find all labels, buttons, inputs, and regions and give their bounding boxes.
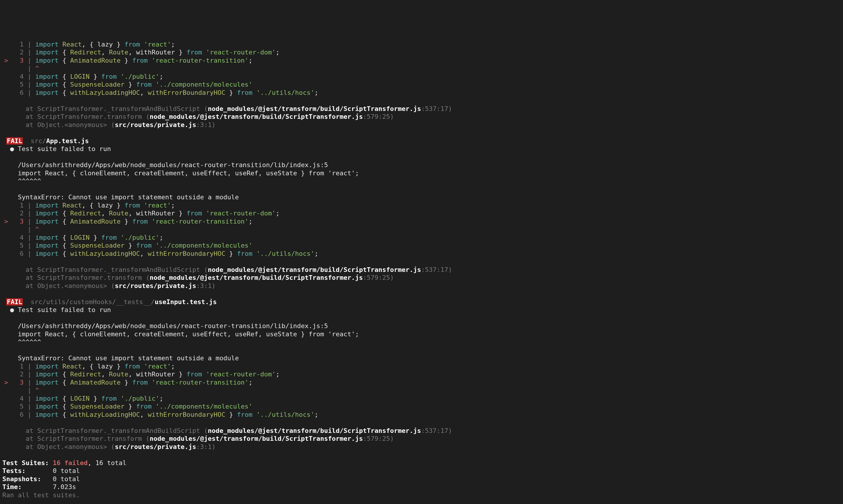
bullet-icon: ●	[10, 306, 14, 313]
stack-trace-top: at ScriptTransformer._transformAndBuildS…	[2, 105, 841, 129]
code-block-1: 1 | import React, { lazy } from 'react';…	[2, 201, 841, 258]
stack-trace-1: at ScriptTransformer._transformAndBuildS…	[2, 266, 841, 290]
fail-badge: FAIL	[6, 298, 23, 306]
test-summary: Test Suites: 16 failed, 16 total Tests: …	[2, 459, 841, 499]
fail-block-1: FAIL src/App.test.js ● Test suite failed…	[2, 137, 841, 201]
code-block-2: 1 | import React, { lazy } from 'react';…	[2, 362, 841, 419]
bullet-icon: ●	[10, 145, 14, 152]
code-block-top: 1 | import React, { lazy } from 'react';…	[2, 40, 841, 97]
fail-block-2: FAIL src/utils/customHooks/__tests__/use…	[2, 298, 841, 362]
stack-trace-2: at ScriptTransformer._transformAndBuildS…	[2, 427, 841, 451]
terminal-output: 1 | import React, { lazy } from 'react';…	[0, 40, 843, 504]
fail-badge: FAIL	[6, 137, 23, 145]
